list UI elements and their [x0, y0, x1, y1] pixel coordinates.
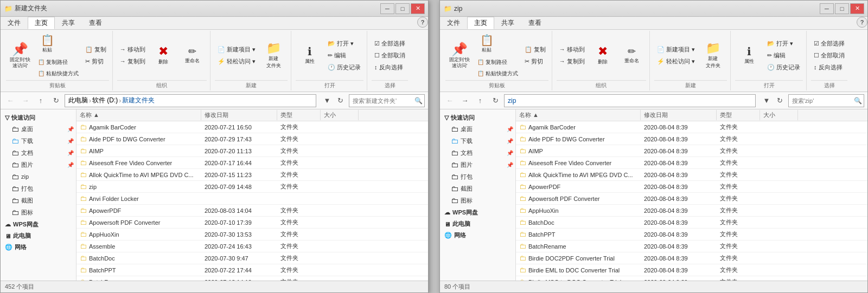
- right-properties-button[interactable]: ℹ 属性: [735, 40, 763, 72]
- left-easy-access-button[interactable]: ⚡ 轻松访问 ▾: [215, 56, 258, 67]
- left-copy-to-button[interactable]: → 复制到: [117, 56, 148, 67]
- right-file-row[interactable]: 🗀 BatchPPT 2020-08-04 8:39 文件夹: [516, 229, 867, 240]
- left-sidebar-item-downloads[interactable]: 🗀 下载 📌: [1, 135, 76, 147]
- right-minimize-button[interactable]: ─: [820, 3, 834, 14]
- left-close-button[interactable]: ✕: [411, 3, 425, 14]
- left-sidebar-network[interactable]: 🌐 网络: [1, 241, 76, 252]
- right-forward-button[interactable]: →: [458, 94, 471, 107]
- right-pin-button[interactable]: 📌 固定到'快速访问': [445, 40, 474, 72]
- right-sidebar-item-pack[interactable]: 🗀 打包: [440, 171, 515, 183]
- right-sidebar-item-downloads[interactable]: 🗀 下载 📌: [440, 135, 515, 147]
- left-search-input[interactable]: [349, 94, 425, 107]
- left-refresh-addr-button[interactable]: ↻: [334, 94, 347, 107]
- right-address-path[interactable]: zip: [504, 94, 756, 107]
- right-file-row[interactable]: 🗀 Aide PDF to DWG Converter 2020-08-04 8…: [516, 133, 867, 145]
- right-sidebar-this-pc[interactable]: 🖥 此电脑: [440, 218, 515, 229]
- left-cut-button[interactable]: ✂ 剪切: [82, 56, 109, 67]
- left-file-row[interactable]: 🗀 Assemble 2020-07-24 16:43 文件夹: [76, 240, 428, 252]
- right-new-folder-button[interactable]: 📁 新建文件夹: [699, 40, 727, 72]
- left-minimize-button[interactable]: ─: [380, 3, 394, 14]
- left-file-row[interactable]: 🗀 BatchDoc 2020-07-30 9:47 文件夹: [76, 252, 428, 264]
- right-file-row[interactable]: 🗀 Apowersoft PDF Converter 2020-08-04 8:…: [516, 193, 867, 205]
- left-col-type[interactable]: 类型: [277, 110, 321, 120]
- right-sidebar-item-icon[interactable]: 🗀 图标: [440, 194, 515, 206]
- right-copy-to-button[interactable]: → 复制到: [557, 56, 588, 67]
- right-invert-select-button[interactable]: ↕ 反向选择: [811, 62, 847, 73]
- right-edit-button[interactable]: ✏ 编辑: [764, 50, 803, 61]
- right-rename-button[interactable]: ✏ 重命名: [618, 40, 646, 72]
- right-tab-view[interactable]: 查看: [521, 17, 548, 29]
- right-paste-button[interactable]: 📋 粘贴: [475, 32, 499, 56]
- right-file-row[interactable]: 🗀 Birdie EML to DOC Converter Trial 2020…: [516, 264, 867, 276]
- right-maximize-button[interactable]: □: [835, 3, 849, 14]
- left-file-row[interactable]: 🗀 Agamik BarCoder 2020-07-21 16:50 文件夹: [76, 121, 428, 133]
- right-file-row[interactable]: 🗀 ApowerPDF 2020-08-04 8:39 文件夹: [516, 181, 867, 193]
- left-file-row[interactable]: 🗀 AIMP 2020-07-20 11:13 文件夹: [76, 145, 428, 157]
- right-search-icon[interactable]: 🔍: [854, 97, 862, 105]
- left-file-row[interactable]: 🗀 zip 2020-07-09 14:48 文件夹: [76, 181, 428, 193]
- left-sidebar-item-documents[interactable]: 🗀 文档 📌: [1, 147, 76, 159]
- right-file-row[interactable]: 🗀 Allok QuickTime to AVI MPEG DVD C... 2…: [516, 169, 867, 181]
- right-file-row[interactable]: 🗀 Birdie DOC2PDF Converter Trial 2020-08…: [516, 252, 867, 264]
- left-sidebar-item-zip[interactable]: 🗀 zip: [1, 171, 76, 183]
- right-sidebar-item-pictures[interactable]: 🗀 图片 📌: [440, 159, 515, 171]
- left-rename-button[interactable]: ✏ 重命名: [178, 40, 207, 72]
- left-copy-path-button[interactable]: 📋 复制路径: [35, 57, 81, 68]
- right-col-size[interactable]: 大小: [760, 110, 798, 120]
- right-cut-button[interactable]: ✂ 剪切: [522, 56, 548, 67]
- right-close-button[interactable]: ✕: [850, 3, 864, 14]
- left-up-button[interactable]: ↑: [34, 94, 47, 107]
- left-sidebar-wps[interactable]: ☁ WPS网盘: [1, 218, 76, 230]
- right-file-row[interactable]: 🗀 Agamik BarCoder 2020-08-04 8:39 文件夹: [516, 121, 867, 133]
- left-dropdown-button[interactable]: ▼: [321, 94, 334, 107]
- right-file-row[interactable]: 🗀 BatchDoc 2020-08-04 8:39 文件夹: [516, 217, 867, 229]
- right-file-row[interactable]: 🗀 Aiseesoft Free Video Converter 2020-08…: [516, 157, 867, 169]
- right-deselect-all-button[interactable]: ☐ 全部取消: [811, 50, 847, 61]
- left-paste-shortcut-button[interactable]: 📋 粘贴快捷方式: [35, 68, 81, 79]
- right-up-button[interactable]: ↑: [474, 94, 487, 107]
- left-help-button[interactable]: ?: [417, 17, 428, 28]
- right-file-row[interactable]: 🗀 BatchRename 2020-08-04 8:39 文件夹: [516, 240, 867, 252]
- left-deselect-all-button[interactable]: ☐ 全部取消: [372, 50, 408, 61]
- right-easy-access-button[interactable]: ⚡ 轻松访问 ▾: [654, 56, 698, 67]
- left-col-date[interactable]: 修改日期: [201, 110, 277, 120]
- left-file-row[interactable]: 🗀 BatchRename 2020-07-13 14:19 文件夹: [76, 276, 428, 281]
- right-file-row[interactable]: 🗀 AppHuoXin 2020-08-04 8:39 文件夹: [516, 205, 867, 217]
- left-delete-button[interactable]: ✖ 删除: [149, 40, 177, 72]
- right-sidebar-item-desktop[interactable]: 🗀 桌面 📌: [440, 123, 515, 135]
- right-col-date[interactable]: 修改日期: [641, 110, 717, 120]
- left-maximize-button[interactable]: □: [395, 3, 410, 14]
- left-col-size[interactable]: 大小: [321, 110, 359, 120]
- left-file-row[interactable]: 🗀 Apowersoft PDF Converter 2020-07-10 17…: [76, 217, 428, 229]
- left-tab-share[interactable]: 共享: [55, 17, 82, 29]
- right-file-row[interactable]: 🗀 AIMP 2020-08-04 8:39 文件夹: [516, 145, 867, 157]
- right-open-button[interactable]: 📂 打开 ▾: [764, 38, 803, 49]
- right-sidebar-item-screenshot[interactable]: 🗀 截图: [440, 183, 515, 194]
- left-sidebar-this-pc[interactable]: 🖥 此电脑: [1, 230, 76, 241]
- right-tab-home[interactable]: 主页: [467, 17, 494, 29]
- right-file-row[interactable]: 🗀 Birdie MSG to DOC Converter Trial 2020…: [516, 276, 867, 281]
- left-properties-button[interactable]: ℹ 属性: [296, 40, 324, 72]
- right-copy-path-button[interactable]: 📋 复制路径: [475, 57, 521, 68]
- right-col-name[interactable]: 名称 ▲: [516, 110, 641, 120]
- left-invert-select-button[interactable]: ↕ 反向选择: [372, 62, 408, 73]
- left-select-all-button[interactable]: ☑ 全部选择: [372, 38, 408, 49]
- right-col-type[interactable]: 类型: [717, 110, 760, 120]
- left-new-item-button[interactable]: 📄 新建项目 ▾: [215, 44, 258, 55]
- left-sidebar-item-desktop[interactable]: 🗀 桌面 📌: [1, 123, 76, 135]
- left-open-button[interactable]: 📂 打开 ▾: [325, 38, 363, 49]
- left-pin-button[interactable]: 📌 固定到'快速访问': [6, 40, 34, 72]
- right-sidebar-item-documents[interactable]: 🗀 文档 📌: [440, 147, 515, 159]
- left-file-row[interactable]: 🗀 Allok QuickTime to AVI MPEG DVD C... 2…: [76, 169, 428, 181]
- right-copy-button[interactable]: 📋 复制: [522, 44, 548, 55]
- right-sidebar-wps[interactable]: ☁ WPS网盘: [440, 206, 515, 218]
- left-sidebar-quick-access[interactable]: ▽ 快速访问: [1, 112, 76, 123]
- right-select-all-button[interactable]: ☑ 全部选择: [811, 38, 847, 49]
- right-new-item-button[interactable]: 📄 新建项目 ▾: [654, 44, 698, 55]
- left-file-row[interactable]: 🗀 ApowerPDF 2020-08-03 14:04 文件夹: [76, 205, 428, 217]
- left-tab-file[interactable]: 文件: [1, 17, 28, 29]
- right-sidebar-network[interactable]: 🌐 网络: [440, 229, 515, 240]
- left-paste-button[interactable]: 📋 粘贴: [35, 32, 59, 56]
- left-sidebar-item-pictures[interactable]: 🗀 图片 📌: [1, 159, 76, 171]
- right-refresh-button[interactable]: ↻: [489, 94, 502, 107]
